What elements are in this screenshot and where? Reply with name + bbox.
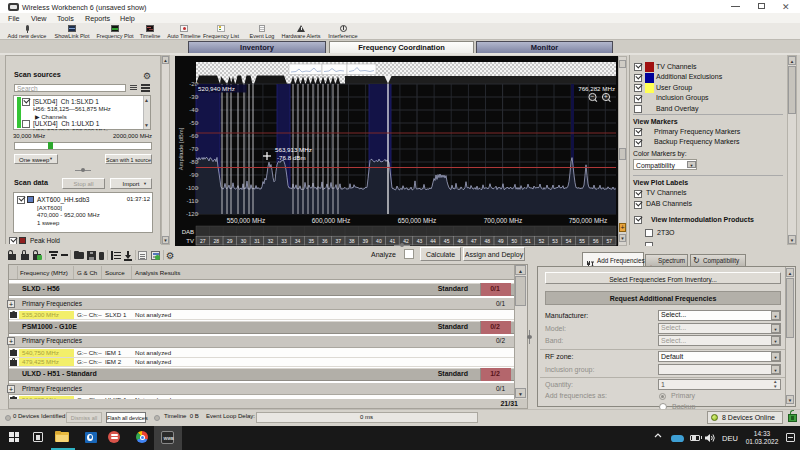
svg-text:31: 31 <box>254 238 260 244</box>
svg-text:650,000 MHz: 650,000 MHz <box>398 217 437 224</box>
svg-text:32: 32 <box>268 238 274 244</box>
svg-text:36: 36 <box>322 238 328 244</box>
svg-text:34: 34 <box>295 238 301 244</box>
svg-text:DAB: DAB <box>182 229 194 235</box>
svg-text:37: 37 <box>335 238 341 244</box>
svg-text:48: 48 <box>485 238 491 244</box>
svg-text:520,940 MHz: 520,940 MHz <box>198 85 235 92</box>
svg-text:33: 33 <box>281 238 287 244</box>
svg-text:52: 52 <box>539 238 545 244</box>
svg-text:35: 35 <box>308 238 314 244</box>
svg-text:TV: TV <box>186 238 194 244</box>
svg-text:46: 46 <box>457 238 463 244</box>
svg-text:55: 55 <box>579 238 585 244</box>
svg-text:54: 54 <box>566 238 572 244</box>
svg-text:30: 30 <box>241 238 247 244</box>
svg-text:29: 29 <box>227 238 233 244</box>
svg-text:39: 39 <box>363 238 369 244</box>
svg-text:+: + <box>604 93 608 100</box>
svg-text:750,000 MHz: 750,000 MHz <box>569 217 608 224</box>
svg-text:−: − <box>591 93 595 100</box>
svg-text:45: 45 <box>444 238 450 244</box>
svg-text:56: 56 <box>593 238 599 244</box>
svg-text:41: 41 <box>390 238 396 244</box>
svg-text:563,913 MHz: 563,913 MHz <box>275 146 312 153</box>
svg-text:44: 44 <box>430 238 436 244</box>
svg-text:Amplitude [dBm]: Amplitude [dBm] <box>178 127 184 170</box>
svg-text:49: 49 <box>498 238 504 244</box>
svg-text:550,000 MHz: 550,000 MHz <box>227 217 266 224</box>
svg-text:42: 42 <box>403 238 409 244</box>
svg-text:600,000 MHz: 600,000 MHz <box>312 217 351 224</box>
svg-text:47: 47 <box>471 238 477 244</box>
svg-text:43: 43 <box>417 238 423 244</box>
svg-text:28: 28 <box>214 238 220 244</box>
svg-text:40: 40 <box>376 238 382 244</box>
svg-text:27: 27 <box>200 238 206 244</box>
svg-text:53: 53 <box>552 238 558 244</box>
svg-text:-76.8 dBm: -76.8 dBm <box>277 154 306 161</box>
svg-text:51: 51 <box>525 238 531 244</box>
svg-text:38: 38 <box>349 238 355 244</box>
svg-text:57: 57 <box>606 238 612 244</box>
svg-text:766,282 MHz: 766,282 MHz <box>578 85 615 92</box>
svg-text:700,000 MHz: 700,000 MHz <box>484 217 523 224</box>
svg-text:50: 50 <box>512 238 518 244</box>
